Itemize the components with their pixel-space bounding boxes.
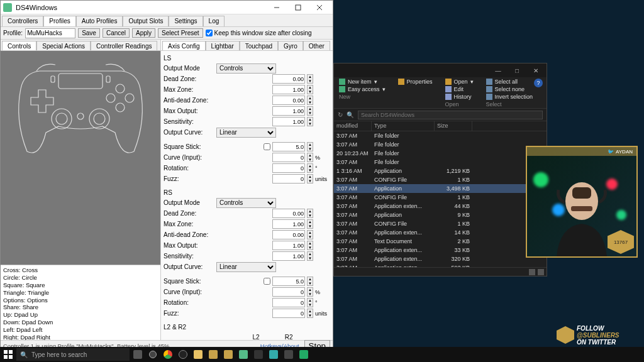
mapping-row[interactable]: Cross: Cross [3, 266, 158, 274]
explorer-list[interactable]: 3:07 AMFile folder3:07 AMFile folder20 1… [334, 131, 547, 267]
subtab-controller-readings[interactable]: Controller Readings [91, 41, 157, 50]
app-icon-1[interactable] [206, 348, 220, 361]
col-size[interactable]: Size [435, 121, 472, 131]
mapping-row[interactable]: Right: Dpad Right [3, 334, 158, 340]
keep-size-checkbox[interactable] [206, 30, 213, 36]
axis-tab-gyro[interactable]: Gyro [278, 41, 303, 50]
spinner[interactable]: ▲▼ [307, 277, 313, 286]
select-none-button[interactable]: Select none [486, 86, 533, 92]
numeric-input[interactable] [272, 298, 305, 307]
numeric-input[interactable] [272, 309, 305, 318]
numeric-input[interactable] [272, 277, 305, 286]
tab-log[interactable]: Log [203, 16, 225, 26]
explorer-icon[interactable] [191, 348, 205, 361]
file-row[interactable]: 3:07 AMCONFIG File1 KB [334, 193, 547, 202]
file-row[interactable]: 1 3:16 AMApplication1,219 KB [334, 167, 547, 175]
cortana-icon[interactable] [146, 348, 160, 361]
numeric-input[interactable] [272, 153, 305, 162]
numeric-input[interactable] [272, 230, 305, 239]
spinner[interactable]: ▲▼ [307, 117, 313, 126]
explorer-minimize[interactable]: — [489, 64, 508, 77]
file-row[interactable]: 3:07 AMApplication exten...44 KB [334, 202, 547, 211]
file-row[interactable]: 3:07 AMApplication exten...320 KB [334, 255, 547, 263]
output-curve-select[interactable]: Linear [216, 262, 276, 272]
taskbar-search[interactable]: 🔍 Type here to search [16, 348, 130, 361]
file-row[interactable]: 3:07 AMApplication exten...33 KB [334, 246, 547, 255]
minimize-button[interactable] [266, 1, 287, 14]
numeric-input[interactable] [272, 142, 305, 151]
spinner[interactable]: ▲▼ [307, 174, 313, 184]
file-row[interactable]: 3:07 AMApplication3,498 KB [334, 184, 547, 193]
file-row[interactable]: 3:07 AMText Document2 KB [334, 237, 547, 246]
mapping-row[interactable]: Share: Share [3, 304, 158, 311]
spinner[interactable]: ▲▼ [307, 209, 313, 218]
task-view-icon[interactable] [131, 348, 145, 361]
subtab-special-actions[interactable]: Special Actions [36, 41, 91, 50]
close-button[interactable] [309, 1, 330, 14]
mapping-row[interactable]: Circle: Circle [3, 274, 158, 282]
spinner[interactable]: ▲▼ [307, 241, 313, 250]
numeric-input[interactable] [272, 74, 305, 84]
axis-tab-other[interactable]: Other [303, 41, 330, 50]
numeric-input[interactable] [272, 287, 305, 297]
mapping-row[interactable]: Down: Dpad Down [3, 319, 158, 326]
spinner[interactable]: ▲▼ [307, 96, 313, 105]
file-row[interactable]: 3:07 AMFile folder [334, 140, 547, 149]
numeric-input[interactable] [272, 96, 305, 105]
easy-access-button[interactable]: Easy access ▾ [339, 86, 386, 92]
open-button[interactable]: Open ▾ [445, 79, 474, 85]
tab-auto-profiles[interactable]: Auto Profiles [76, 16, 123, 26]
spinner[interactable]: ▲▼ [307, 142, 313, 151]
obs-icon[interactable] [176, 348, 190, 361]
spinner[interactable]: ▲▼ [307, 106, 313, 116]
col-modified[interactable]: modified [334, 121, 372, 131]
numeric-input[interactable] [272, 241, 305, 250]
spinner[interactable]: ▲▼ [307, 309, 313, 318]
start-button[interactable] [1, 348, 15, 361]
app-icon-4[interactable] [252, 348, 265, 361]
spinner[interactable]: ▲▼ [307, 298, 313, 307]
help-icon[interactable]: ? [534, 79, 543, 87]
axis-tab-touchpad[interactable]: Touchpad [240, 41, 278, 50]
spinner[interactable]: ▲▼ [307, 251, 313, 261]
explorer-search-input[interactable] [358, 111, 543, 119]
app-icon-2[interactable] [221, 348, 235, 361]
invert-selection-button[interactable]: Invert selection [486, 94, 533, 100]
select-preset-button[interactable]: Select Preset [158, 28, 203, 38]
properties-button[interactable]: Properties [398, 79, 433, 85]
spinner[interactable]: ▲▼ [307, 219, 313, 229]
subtab-controls[interactable]: Controls [2, 41, 36, 50]
mapping-row[interactable]: Left: Dpad Left [3, 326, 158, 334]
tab-controllers[interactable]: Controllers [2, 16, 43, 26]
tab-output-slots[interactable]: Output Slots [123, 16, 169, 26]
axis-tab-axis-config[interactable]: Axis Config [162, 41, 206, 50]
file-row[interactable]: 20 10:23 AMFile folder [334, 149, 547, 158]
chrome-icon[interactable] [161, 348, 175, 361]
numeric-input[interactable] [272, 251, 305, 261]
explorer-maximize[interactable]: □ [508, 64, 526, 77]
details-view-icon[interactable] [529, 269, 535, 275]
spinner[interactable]: ▲▼ [307, 163, 313, 173]
mapping-row[interactable]: Options: Options [3, 297, 158, 304]
file-row[interactable]: 3:07 AMFile folder [334, 158, 547, 167]
edit-button[interactable]: Edit [445, 86, 474, 92]
select-all-button[interactable]: Select all [486, 79, 533, 85]
spinner[interactable]: ▲▼ [307, 74, 313, 84]
tab-settings[interactable]: Settings [169, 16, 203, 26]
maximize-button[interactable] [287, 1, 309, 14]
numeric-input[interactable] [272, 163, 305, 173]
refresh-icon[interactable]: ↻ [338, 111, 343, 118]
profile-name-input[interactable] [25, 28, 75, 38]
output-mode-select[interactable]: Controls [216, 198, 276, 208]
mapping-row[interactable]: Square: Square [3, 282, 158, 289]
axis-tab-lightbar[interactable]: Lightbar [206, 41, 240, 50]
app-icon-5[interactable] [267, 348, 280, 361]
explorer-close[interactable]: ✕ [526, 64, 545, 77]
numeric-input[interactable] [272, 219, 305, 229]
square-stick-checkbox[interactable] [264, 278, 270, 285]
app-icon-6[interactable] [282, 348, 296, 361]
mapping-row[interactable]: Up: Dpad Up [3, 311, 158, 319]
numeric-input[interactable] [272, 174, 305, 184]
numeric-input[interactable] [272, 209, 305, 218]
apply-button[interactable]: Apply [132, 28, 155, 38]
